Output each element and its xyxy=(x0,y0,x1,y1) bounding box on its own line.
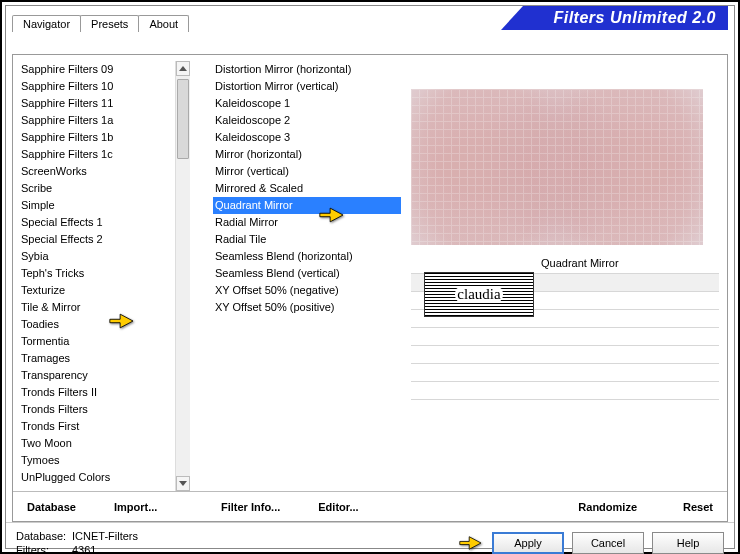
scroll-thumb[interactable] xyxy=(177,79,189,159)
list-item[interactable]: Texturize xyxy=(19,282,190,299)
cancel-button[interactable]: Cancel xyxy=(572,532,644,554)
filter-listbox[interactable]: Distortion Mirror (horizontal)Distortion… xyxy=(213,61,401,491)
list-item[interactable]: Kaleidoscope 3 xyxy=(213,129,401,146)
list-item[interactable]: Mirror (vertical) xyxy=(213,163,401,180)
list-item[interactable]: Simple xyxy=(19,197,190,214)
tab-presets[interactable]: Presets xyxy=(80,15,139,32)
list-item[interactable]: XY Offset 50% (negative) xyxy=(213,282,401,299)
list-item[interactable]: Radial Tile xyxy=(213,231,401,248)
list-item[interactable]: Special Effects 2 xyxy=(19,231,190,248)
list-item[interactable]: Quadrant Mirror xyxy=(213,197,401,214)
tab-navigator[interactable]: Navigator xyxy=(12,15,81,32)
list-item[interactable]: Transparency xyxy=(19,367,190,384)
list-item[interactable]: Mirror (horizontal) xyxy=(213,146,401,163)
reset-button[interactable]: Reset xyxy=(679,501,717,513)
import-button[interactable]: Import... xyxy=(110,501,161,513)
list-item[interactable]: Tronds Filters xyxy=(19,401,190,418)
list-item[interactable]: Distortion Mirror (horizontal) xyxy=(213,61,401,78)
list-item[interactable]: UnPlugged Colors xyxy=(19,469,190,486)
panel-toolbar: Database Import... Filter Info... Editor… xyxy=(13,491,727,521)
list-item[interactable]: Tymoes xyxy=(19,452,190,469)
status-filter-count: 4361 xyxy=(72,544,96,554)
list-item[interactable]: Two Moon xyxy=(19,435,190,452)
list-item[interactable]: Kaleidoscope 2 xyxy=(213,112,401,129)
list-item[interactable]: Special Effects 1 xyxy=(19,214,190,231)
list-item[interactable]: Tramages xyxy=(19,350,190,367)
status-db-value: ICNET-Filters xyxy=(72,530,138,542)
category-listbox[interactable]: Sapphire Filters 09Sapphire Filters 10Sa… xyxy=(19,61,205,491)
list-item[interactable]: Radial Mirror xyxy=(213,214,401,231)
status-info: Database:ICNET-Filters Filters:4361 xyxy=(16,529,138,554)
randomize-button[interactable]: Randomize xyxy=(574,501,641,513)
list-item[interactable]: Sapphire Filters 09 xyxy=(19,61,190,78)
watermark-stamp: claudia xyxy=(424,272,534,317)
list-item[interactable]: Sapphire Filters 11 xyxy=(19,95,190,112)
list-item[interactable]: Tile & Mirror xyxy=(19,299,190,316)
scroll-up-button[interactable] xyxy=(176,61,190,76)
list-item[interactable]: Kaleidoscope 1 xyxy=(213,95,401,112)
list-item[interactable]: Teph's Tricks xyxy=(19,265,190,282)
list-item[interactable]: Mirrored & Scaled xyxy=(213,180,401,197)
database-button[interactable]: Database xyxy=(23,501,80,513)
filter-info-button[interactable]: Filter Info... xyxy=(217,501,284,513)
window-title: Filters Unlimited 2.0 xyxy=(523,6,728,30)
scroll-down-button[interactable] xyxy=(176,476,190,491)
list-item[interactable]: Sapphire Filters 1a xyxy=(19,112,190,129)
filter-preview-image xyxy=(411,89,703,245)
category-scrollbar[interactable] xyxy=(175,61,190,491)
editor-button[interactable]: Editor... xyxy=(314,501,362,513)
list-item[interactable]: Scribe xyxy=(19,180,190,197)
apply-button[interactable]: Apply xyxy=(492,532,564,554)
list-item[interactable]: Tronds First xyxy=(19,418,190,435)
list-item[interactable]: Distortion Mirror (vertical) xyxy=(213,78,401,95)
list-item[interactable]: Toadies xyxy=(19,316,190,333)
list-item[interactable]: Sapphire Filters 1b xyxy=(19,129,190,146)
list-item[interactable]: XY Offset 50% (positive) xyxy=(213,299,401,316)
list-item[interactable]: Sybia xyxy=(19,248,190,265)
list-item[interactable]: Seamless Blend (horizontal) xyxy=(213,248,401,265)
list-item[interactable]: Sapphire Filters 1c xyxy=(19,146,190,163)
list-item[interactable]: Tronds Filters II xyxy=(19,384,190,401)
help-button[interactable]: Help xyxy=(652,532,724,554)
list-item[interactable]: Tormentia xyxy=(19,333,190,350)
pointer-annotation-icon xyxy=(456,532,484,554)
list-item[interactable]: ScreenWorks xyxy=(19,163,190,180)
tab-about[interactable]: About xyxy=(138,15,189,32)
list-item[interactable]: Sapphire Filters 10 xyxy=(19,78,190,95)
preview-filter-name: Quadrant Mirror xyxy=(541,257,719,269)
list-item[interactable]: Seamless Blend (vertical) xyxy=(213,265,401,282)
